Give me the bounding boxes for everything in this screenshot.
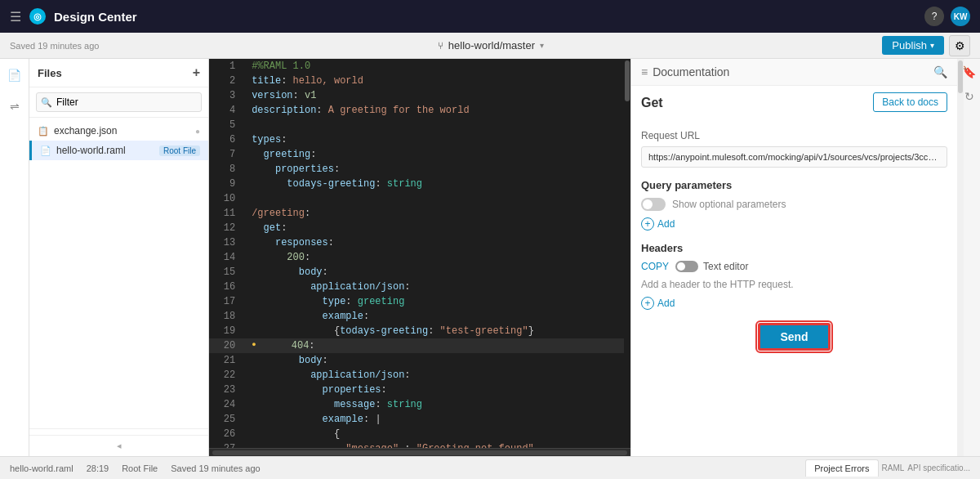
status-saved: Saved 19 minutes ago bbox=[171, 463, 260, 473]
show-optional-row: Show optional parameters bbox=[641, 198, 947, 211]
branch-chevron[interactable]: ▾ bbox=[540, 41, 544, 50]
back-to-docs-button[interactable]: Back to docs bbox=[873, 92, 947, 112]
documentation-panel: ≡ Documentation 🔍 Get Back to docs Reque… bbox=[630, 59, 957, 456]
code-editor[interactable]: 1#%RAML 1.0 2title: hello, world 3versio… bbox=[209, 59, 630, 456]
bookmark-icon[interactable]: 🔖 bbox=[962, 65, 976, 78]
toolbar-actions: Publish ▾ ⚙ bbox=[882, 35, 970, 56]
header-right: ? KW bbox=[924, 7, 970, 26]
project-errors-tab[interactable]: Project Errors bbox=[805, 459, 878, 477]
file-item-exchange[interactable]: 📋 exchange.json ● bbox=[29, 121, 208, 141]
settings-button[interactable]: ⚙ bbox=[949, 35, 970, 56]
code-content[interactable]: 1#%RAML 1.0 2title: hello, world 3versio… bbox=[209, 59, 624, 448]
exchange-icon[interactable]: ⇌ bbox=[5, 96, 24, 116]
panel-scroll-thumb[interactable] bbox=[958, 60, 963, 93]
code-line: 9 todays-greeting: string bbox=[209, 177, 624, 191]
optional-params-toggle[interactable] bbox=[641, 198, 666, 211]
code-line: 16 application/json: bbox=[209, 280, 624, 294]
code-line: 17 type: greeting bbox=[209, 294, 624, 309]
headers-section: Headers COPY Text editor Add a header to… bbox=[641, 242, 947, 310]
copy-button[interactable]: COPY bbox=[641, 261, 669, 272]
sidebar-search-container: 🔍 bbox=[29, 87, 208, 118]
sidebar-collapse-icon[interactable]: ◂ bbox=[117, 441, 122, 451]
code-line: 5 bbox=[209, 118, 624, 132]
help-icon[interactable]: ? bbox=[924, 7, 944, 26]
code-line: 10 bbox=[209, 191, 624, 206]
panel-content: Get Back to docs Request URL Query param… bbox=[631, 86, 957, 456]
add-header-button[interactable]: + Add bbox=[641, 297, 675, 310]
file-name: exchange.json bbox=[54, 125, 117, 137]
file-indicator: ● bbox=[195, 127, 200, 136]
add-header-description: Add a header to the HTTP request. bbox=[641, 279, 947, 290]
code-line: 19 {todays-greeting: "test-greeting"} bbox=[209, 324, 624, 338]
code-line: 11/greeting: bbox=[209, 206, 624, 221]
text-editor-toggle[interactable] bbox=[675, 261, 698, 272]
editor-horizontal-scrollbar[interactable] bbox=[209, 448, 630, 456]
toolbar: Saved 19 minutes ago ⑂ hello-world/maste… bbox=[0, 33, 980, 59]
file-icon-raml: 📄 bbox=[40, 145, 51, 156]
main-area: 📄 ⇌ Files + 🔍 📋 exchange.json ● 📄 hello-… bbox=[0, 59, 980, 456]
header-left: ☰ ◎ Design Center bbox=[10, 8, 137, 25]
panel-vertical-scrollbar[interactable] bbox=[957, 59, 964, 456]
toggle-label: Show optional parameters bbox=[672, 199, 786, 210]
plus-circle-icon: + bbox=[641, 217, 654, 231]
plus-circle-header-icon: + bbox=[641, 297, 654, 310]
panel-title: Documentation bbox=[653, 65, 729, 78]
add-query-param-button[interactable]: + Add bbox=[641, 217, 675, 231]
sidebar-title: Files bbox=[38, 67, 62, 79]
panel-menu-icon: ≡ bbox=[641, 65, 648, 78]
status-filename: hello-world.raml bbox=[10, 463, 74, 473]
status-filetype: Root File bbox=[122, 463, 158, 473]
status-position: 28:19 bbox=[87, 463, 109, 473]
editor-scroll-thumb[interactable] bbox=[625, 60, 630, 101]
branch-info: ⑂ hello-world/master ▾ bbox=[438, 39, 544, 51]
code-line: 14 200: bbox=[209, 250, 624, 265]
text-editor-label: Text editor bbox=[703, 261, 748, 272]
avatar[interactable]: KW bbox=[951, 7, 970, 26]
add-query-label: Add bbox=[657, 218, 675, 230]
files-icon[interactable]: 📄 bbox=[5, 65, 24, 85]
editor-vertical-scrollbar[interactable] bbox=[624, 59, 630, 448]
toggle-thumb bbox=[643, 199, 653, 209]
request-url-input[interactable] bbox=[641, 146, 947, 168]
scroll-track bbox=[212, 450, 627, 455]
status-right: Project Errors RAML API specificatio... bbox=[805, 459, 970, 477]
menu-icon[interactable]: ☰ bbox=[10, 9, 21, 25]
code-line: 8 properties: bbox=[209, 162, 624, 177]
app-header: ☰ ◎ Design Center ? KW bbox=[0, 0, 980, 33]
code-line: 13 responses: bbox=[209, 235, 624, 250]
sidebar-header: Files + bbox=[29, 59, 208, 87]
search-input[interactable] bbox=[36, 92, 202, 112]
headers-title: Headers bbox=[641, 242, 947, 254]
file-list: 📋 exchange.json ● 📄 hello-world.raml Roo… bbox=[29, 118, 208, 428]
headers-toolbar: COPY Text editor bbox=[641, 261, 947, 272]
toggle-thumb-small bbox=[677, 262, 685, 271]
api-spec-label: API specificatio... bbox=[907, 463, 970, 472]
query-params-section: Query parameters Show optional parameter… bbox=[641, 179, 947, 231]
code-line: 22 application/json: bbox=[209, 368, 624, 383]
status-bar: hello-world.raml 28:19 Root File Saved 1… bbox=[0, 456, 980, 479]
publish-chevron: ▾ bbox=[930, 41, 934, 50]
code-line: 18 example: bbox=[209, 309, 624, 324]
app-title: Design Center bbox=[54, 10, 137, 24]
file-badge: Root File bbox=[159, 145, 200, 156]
status-left: hello-world.raml 28:19 Root File Saved 1… bbox=[10, 463, 261, 473]
panel-title-container: ≡ Documentation bbox=[641, 65, 729, 78]
code-line: 3version: v1 bbox=[209, 88, 624, 103]
code-line: 1#%RAML 1.0 bbox=[209, 59, 624, 74]
publish-button[interactable]: Publish ▾ bbox=[882, 36, 944, 55]
code-line: 15 body: bbox=[209, 265, 624, 280]
refresh-icon[interactable]: ↻ bbox=[964, 90, 974, 103]
editor-scroll-area: 1#%RAML 1.0 2title: hello, world 3versio… bbox=[209, 59, 630, 448]
search-panel-icon[interactable]: 🔍 bbox=[933, 65, 947, 78]
code-line: 24 message: string bbox=[209, 397, 624, 412]
saved-status: Saved 19 minutes ago bbox=[10, 41, 99, 51]
code-line: 26 { bbox=[209, 427, 624, 441]
publish-label: Publish bbox=[892, 39, 927, 51]
left-icon-strip: 📄 ⇌ bbox=[0, 59, 29, 456]
send-button[interactable]: Send bbox=[758, 323, 830, 351]
section-title: Get bbox=[641, 96, 663, 110]
add-file-icon[interactable]: + bbox=[193, 65, 200, 80]
query-params-title: Query parameters bbox=[641, 179, 732, 191]
request-url-label: Request URL bbox=[641, 130, 947, 141]
file-item-hello-world[interactable]: 📄 hello-world.raml Root File bbox=[29, 141, 208, 160]
